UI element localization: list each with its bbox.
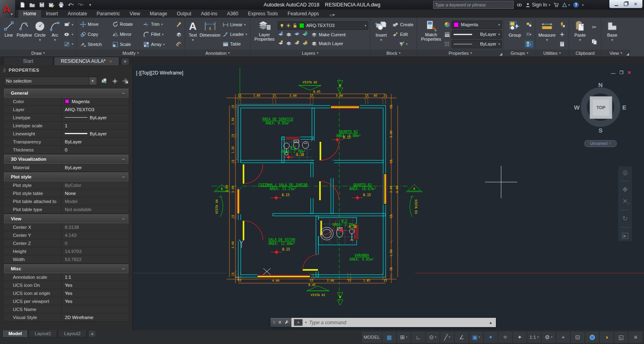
collapse-icon[interactable]: − xyxy=(122,216,125,221)
ribbon-tab-manage[interactable]: Manage xyxy=(145,10,172,18)
property-value[interactable]: ByLayer xyxy=(61,114,128,121)
circle-button[interactable]: Circle▼ xyxy=(33,19,47,50)
dimension-button[interactable]: Dimension xyxy=(200,19,221,50)
help-icon[interactable]: ? xyxy=(573,2,579,8)
property-value[interactable]: 0 xyxy=(61,146,128,153)
ribbon-tab-insert[interactable]: Insert xyxy=(41,10,63,18)
stretch-button[interactable]: Stretch xyxy=(79,40,110,49)
palette-header[interactable]: ⣿ PROPERTIES xyxy=(0,65,132,75)
collapse-icon[interactable]: − xyxy=(122,157,125,162)
pan-icon[interactable]: ✥ xyxy=(622,187,627,193)
undo-icon[interactable]: ↶▾ xyxy=(67,1,75,8)
layout-tab-model[interactable]: Model xyxy=(2,330,28,338)
plot-icon[interactable] xyxy=(57,1,65,8)
property-value[interactable]: ARQ-TEXTO3 xyxy=(61,106,128,113)
section-header-general[interactable]: General− xyxy=(4,89,128,97)
polar-tracking-icon[interactable]: ⊙▾ xyxy=(426,332,440,343)
property-value[interactable]: Yes xyxy=(61,289,128,297)
property-value[interactable]: Model xyxy=(61,197,128,205)
section-header-view[interactable]: View− xyxy=(4,214,128,223)
linetype-dropdown[interactable]: ByLayer▾ xyxy=(452,40,502,48)
wrench-icon[interactable] xyxy=(285,320,289,325)
panel-label-draw[interactable]: Draw▾ xyxy=(0,50,76,56)
annotation-visibility-icon[interactable]: ✦ xyxy=(484,332,497,343)
property-value[interactable]: 0 xyxy=(61,239,128,247)
property-value[interactable]: ByColor xyxy=(61,181,128,189)
layer-unlock-all-button[interactable] xyxy=(302,40,308,48)
file-tab-document[interactable]: RESIDENCIA AULA*✕ xyxy=(54,57,119,65)
workspace-icon[interactable]: ⊡ xyxy=(571,332,584,343)
orbit-icon[interactable]: ↻ xyxy=(622,216,627,222)
annotation-autoscale-icon[interactable]: ✧ xyxy=(498,332,512,343)
toggle-pickadd-button[interactable] xyxy=(100,77,108,85)
layer-lock-button[interactable] xyxy=(302,31,308,39)
ungroup-button[interactable] xyxy=(525,21,533,28)
scale-button[interactable]: Scale xyxy=(111,40,141,49)
property-value[interactable]: ByLayer xyxy=(61,138,128,145)
drawing-close-icon[interactable]: ✕ xyxy=(627,70,631,75)
paste-button[interactable]: Paste▼ xyxy=(571,19,589,50)
text-button[interactable]: A Text▼ xyxy=(187,19,199,50)
panel-label-layers[interactable]: Layers▾ xyxy=(250,50,370,56)
app-store-cart-icon[interactable] xyxy=(553,2,559,8)
explode-button[interactable] xyxy=(175,31,183,38)
command-prompt-icon[interactable]: > xyxy=(294,319,303,326)
edit-block-button[interactable]: Edit xyxy=(391,31,415,38)
command-input-area[interactable]: > ▾ Type a command ▲ xyxy=(291,318,496,327)
ortho-icon[interactable]: ∟ xyxy=(411,332,425,343)
file-tab-start[interactable]: Start xyxy=(3,57,53,65)
panel-launcher-icon[interactable]: ◢ xyxy=(500,52,502,56)
leader-button[interactable]: Leader▾ xyxy=(221,31,248,38)
layer-isolate-button[interactable] xyxy=(286,31,292,39)
rotate-button[interactable]: Rotate xyxy=(111,20,141,29)
drawing-minimize-icon[interactable]: — xyxy=(611,70,615,75)
polyline-button[interactable]: Polyline xyxy=(17,19,32,50)
drawing-area[interactable]: [-][Top][2D Wireframe] — ❐ ✕ N S W E TOP… xyxy=(133,65,644,330)
a360-icon[interactable]: ▾ xyxy=(562,2,570,8)
copy-button[interactable]: Copy xyxy=(79,30,110,39)
panel-label-modify[interactable]: Modify▾ xyxy=(76,50,185,56)
command-input[interactable]: Type a command xyxy=(309,320,485,325)
attributes-button[interactable]: ▾ xyxy=(391,41,415,48)
collapse-icon[interactable]: − xyxy=(122,266,125,271)
viewcube-north[interactable]: N xyxy=(599,81,603,88)
ribbon-tab-parametric[interactable]: Parametric xyxy=(92,10,125,18)
isolate-objects-icon[interactable]: ◑ xyxy=(600,332,613,343)
viewport-controls-label[interactable]: [-][Top][2D Wireframe] xyxy=(136,70,183,76)
measure-button[interactable]: Measure▼ xyxy=(537,19,557,50)
group-selection-toggle[interactable] xyxy=(525,41,533,48)
group-edit-button[interactable] xyxy=(525,31,533,38)
ribbon-tab-add-ins[interactable]: Add-ins xyxy=(196,10,222,18)
property-value[interactable]: 4.143 xyxy=(61,231,128,239)
object-snap-icon[interactable]: ▣▾ xyxy=(469,332,483,343)
layer-select-dropdown[interactable]: ARQ-TEXTO3 ▾ xyxy=(278,21,368,30)
viewcube-east[interactable]: E xyxy=(622,104,626,111)
match-properties-button[interactable]: Match Properties xyxy=(419,19,444,50)
panel-label-view[interactable]: View▾◢ xyxy=(601,50,630,56)
copy-clip-icon[interactable] xyxy=(590,38,599,45)
property-value[interactable]: Yes xyxy=(61,297,128,305)
collapse-icon[interactable]: − xyxy=(122,91,125,95)
object-snap-tracking-icon[interactable]: ∠ xyxy=(455,332,469,343)
trim-button[interactable]: Trim▾ xyxy=(142,20,173,29)
property-value[interactable]: 1 xyxy=(61,122,128,129)
array-button[interactable]: Array▾ xyxy=(142,40,173,49)
palette-grip-icon[interactable]: ⣿ xyxy=(3,68,6,72)
showmotion-icon[interactable]: ▶ xyxy=(622,233,628,239)
arc-button[interactable]: Arc▼ xyxy=(48,19,62,50)
base-button[interactable]: Base▼ xyxy=(603,19,621,50)
erase-button[interactable] xyxy=(175,21,183,28)
close-tab-icon[interactable]: ✕ xyxy=(109,59,112,64)
annotation-scale-value[interactable]: 1:1▾ xyxy=(527,332,541,343)
rectangle-button[interactable]: ▾ xyxy=(63,21,74,28)
property-value[interactable] xyxy=(61,305,128,313)
command-history-icon[interactable]: ▲ xyxy=(488,321,493,325)
search-icon[interactable] xyxy=(517,2,522,8)
close-button[interactable]: ✕ xyxy=(631,1,640,7)
section-header-misc[interactable]: Misc− xyxy=(4,264,128,273)
property-value[interactable]: 2D Wireframe xyxy=(61,313,128,321)
line-button[interactable]: Line xyxy=(2,19,16,50)
fillet-button[interactable]: Fillet▾ xyxy=(142,30,173,39)
group-button[interactable]: Group xyxy=(506,19,524,50)
layout-tab-layout1[interactable]: Layout1 xyxy=(29,330,57,338)
